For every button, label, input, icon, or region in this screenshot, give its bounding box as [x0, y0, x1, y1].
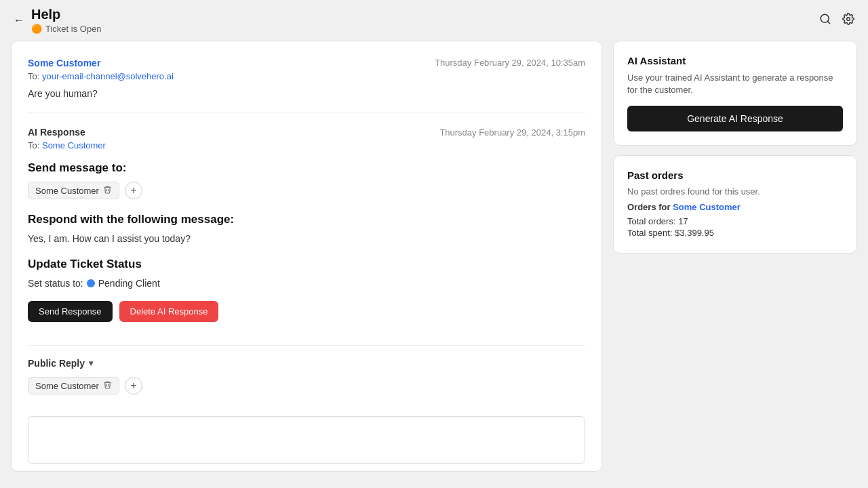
customer-message-to: To: your-email-channel@solvehero.ai [28, 71, 585, 81]
customer-message-block: Some Customer Thursday February 29, 2024… [28, 58, 585, 113]
ticket-status: 🟠 Ticket is Open [31, 24, 102, 34]
right-panel: AI Assistant Use your trained AI Assista… [613, 41, 857, 472]
ai-assistant-description: Use your trained AI Assistant to generat… [627, 72, 843, 96]
send-message-label: Send message to: [28, 161, 585, 175]
search-icon[interactable] [819, 13, 831, 28]
customer-message-timestamp: Thursday February 29, 2024, 10:35am [435, 58, 585, 68]
left-panel: Some Customer Thursday February 29, 2024… [11, 41, 602, 472]
ai-assistant-card: AI Assistant Use your trained AI Assista… [613, 41, 857, 146]
past-orders-title: Past orders [627, 169, 843, 181]
add-reply-recipient-button[interactable]: + [125, 377, 142, 394]
status-emoji: 🟠 [31, 24, 42, 34]
update-status-label: Update Ticket Status [28, 258, 585, 271]
main-layout: Some Customer Thursday February 29, 2024… [0, 41, 868, 483]
status-line: Set status to: Pending Client [28, 278, 585, 289]
update-status-section: Update Ticket Status Set status to: Pend… [28, 258, 585, 289]
topbar-left: ← Help 🟠 Ticket is Open [14, 7, 102, 34]
reply-recipient-name: Some Customer [35, 381, 99, 391]
generate-ai-response-button[interactable]: Generate AI Response [627, 106, 843, 131]
ai-response-timestamp: Thursday February 29, 2024, 3:15pm [439, 127, 585, 138]
delete-ai-response-button[interactable]: Delete AI Response [119, 301, 219, 322]
title-block: Help 🟠 Ticket is Open [31, 7, 102, 34]
public-reply-section: Public Reply ▾ Some Customer + Submit as… [28, 345, 585, 472]
status-set-label: Set status to: [28, 278, 83, 289]
total-orders: Total orders: 17 [627, 216, 843, 226]
back-button[interactable]: ← [14, 14, 24, 26]
public-reply-toggle[interactable]: Public Reply ▾ [28, 358, 585, 369]
ai-action-buttons: Send Response Delete AI Response [28, 301, 585, 322]
customer-message-header: Some Customer Thursday February 29, 2024… [28, 58, 585, 68]
public-reply-label: Public Reply [28, 358, 85, 369]
reply-recipient-chip: Some Customer [28, 377, 119, 394]
ai-response-section: AI Response Thursday February 29, 2024, … [28, 127, 585, 345]
ai-response-body: Yes, I am. How can I assist you today? [28, 233, 585, 244]
respond-with-label: Respond with the following message: [28, 213, 585, 226]
customer-to-email[interactable]: your-email-channel@solvehero.ai [42, 71, 174, 81]
public-reply-textarea[interactable] [28, 416, 585, 464]
recipient-chip-1: Some Customer [28, 182, 119, 199]
topbar: ← Help 🟠 Ticket is Open [0, 0, 868, 41]
past-orders-for: Orders for Some Customer [627, 202, 843, 212]
svg-line-1 [827, 21, 829, 23]
chevron-down-icon: ▾ [89, 359, 93, 368]
svg-point-2 [847, 17, 850, 20]
ai-response-to-customer[interactable]: Some Customer [42, 140, 106, 150]
status-text: Ticket is Open [45, 24, 102, 34]
remove-recipient-icon[interactable] [103, 185, 112, 196]
ai-response-title: AI Response [28, 127, 85, 138]
settings-icon[interactable] [842, 13, 854, 28]
customer-name-link[interactable]: Some Customer [28, 58, 100, 68]
send-to-recipients: Some Customer + [28, 182, 585, 199]
status-value: Pending Client [98, 278, 160, 289]
past-orders-customer-link[interactable]: Some Customer [673, 202, 741, 212]
ai-response-header: AI Response Thursday February 29, 2024, … [28, 127, 585, 138]
ai-assistant-title: AI Assistant [627, 55, 843, 66]
status-indicator [87, 279, 95, 287]
ai-response-to: To: Some Customer [28, 140, 585, 150]
customer-message-body: Are you human? [28, 88, 585, 99]
remove-reply-recipient-icon[interactable] [103, 380, 112, 391]
send-response-button[interactable]: Send Response [28, 301, 113, 322]
recipient-name: Some Customer [35, 186, 99, 196]
topbar-right [819, 13, 854, 28]
add-recipient-button[interactable]: + [125, 182, 142, 199]
past-orders-card: Past orders No past ordres found for thi… [613, 155, 857, 253]
past-orders-no-data: No past ordres found for this user. [627, 186, 843, 197]
page-title: Help [31, 7, 102, 22]
reply-recipients: Some Customer + [28, 377, 585, 394]
total-spent: Total spent: $3,399.95 [627, 228, 843, 238]
